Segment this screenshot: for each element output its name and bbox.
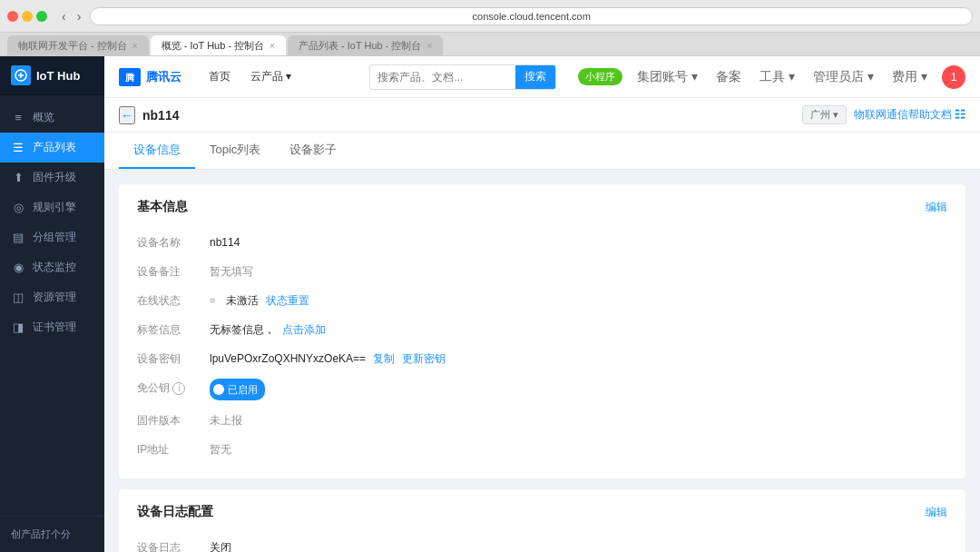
nav-search: 搜索 [369,64,556,90]
update-key-link[interactable]: 更新密钥 [402,350,446,368]
sidebar-item-firmware[interactable]: ⬆ 固件升级 [0,163,104,192]
sidebar-item-label: 产品列表 [33,140,76,155]
overview-icon: ≡ [11,111,25,124]
sidebar-item-product-list[interactable]: ☰ 产品列表 [0,133,104,163]
breadcrumb-bar: ← nb114 广州 ▾ 物联网通信帮助文档 ☷ [104,98,980,133]
product-list-icon: ☰ [11,141,25,154]
sidebar-item-label: 分组管理 [33,230,76,245]
sidebar-item-monitor[interactable]: ◉ 状态监控 [0,252,104,282]
content-scroll: 基本信息 编辑 设备名称 nb114 设备备注 暂无填写 在线状态 未激活 [104,170,980,552]
basic-info-title: 基本信息 [137,199,188,215]
forward-nav-btn[interactable]: › [74,7,85,25]
tab-topic-list[interactable]: Topic列表 [195,133,275,169]
status-text: 未激活 [226,291,259,310]
page-title: nb114 [142,108,179,123]
sidebar: IoT Hub ≡ 概览 ☰ 产品列表 ⬆ 固件升级 ◎ 规则引擎 ▤ 分组管理 [0,56,104,552]
device-log-card: 设备日志配置 编辑 设备日志 关闭 日志等级 无 [119,489,965,552]
tab-close-2[interactable]: × [270,41,275,51]
sidebar-item-label: 证书管理 [33,320,76,335]
tab-close-3[interactable]: × [426,41,432,51]
tencent-name: 腾讯云 [146,69,181,85]
device-log-edit[interactable]: 编辑 [926,505,947,520]
sidebar-item-rules[interactable]: ◎ 规则引擎 [0,192,104,222]
sidebar-item-overview[interactable]: ≡ 概览 [0,103,104,133]
field-device-key: 设备密钥 lpuVePOxrZoQXHNYxzOeKA== 复制 更新密钥 [137,344,947,373]
search-input[interactable] [370,71,515,84]
rules-icon: ◎ [11,201,25,214]
logo-text: IoT Hub [36,69,80,83]
minimize-window-btn[interactable] [22,11,33,22]
field-log-switch: 设备日志 关闭 [137,533,947,552]
monitor-icon: ◉ [11,261,25,274]
sidebar-item-label: 状态监控 [33,260,76,275]
maximize-window-btn[interactable] [36,11,47,22]
user-avatar[interactable]: 1 [942,65,965,89]
close-window-btn[interactable] [7,11,18,22]
admin-btn[interactable]: 管理员店 ▾ [809,65,877,89]
groups-icon: ▤ [11,231,25,244]
field-firmware: 固件版本 未上报 [137,406,947,435]
logo-icon [11,65,31,85]
sidebar-item-label: 资源管理 [33,290,76,305]
nav-products[interactable]: 云产品 ▾ [241,65,300,88]
nav-right: 小程序 集团账号 ▾ 备案 工具 ▾ 管理员店 ▾ 费用 ▾ 1 [578,65,965,89]
sidebar-item-resources[interactable]: ◫ 资源管理 [0,282,104,312]
tab-close-1[interactable]: × [132,41,138,51]
search-button[interactable]: 搜索 [515,65,555,89]
field-ip: IP地址 暂无 [137,435,947,464]
browser-tab-1[interactable]: 物联网开发平台 - 控制台 × [7,35,149,55]
firmware-icon: ⬆ [11,171,25,184]
field-device-name: 设备名称 nb114 [137,228,947,257]
field-tags: 标签信息 无标签信息， 点击添加 [137,315,947,344]
tab-device-shadow[interactable]: 设备影子 [275,133,351,169]
device-log-header: 设备日志配置 编辑 [137,504,947,520]
field-device-note: 设备备注 暂无填写 [137,257,947,286]
public-key-info-icon[interactable]: i [172,382,185,395]
region-selector[interactable]: 广州 ▾ [802,105,847,124]
browser-tab-2[interactable]: 概览 - IoT Hub - 控制台 × [151,35,286,55]
back-button[interactable]: ← [119,106,135,124]
status-reset-link[interactable]: 状态重置 [266,291,309,310]
basic-info-edit[interactable]: 编辑 [926,200,947,215]
sidebar-item-label: 概览 [33,110,54,125]
basic-info-card: 基本信息 编辑 设备名称 nb114 设备备注 暂无填写 在线状态 未激活 [119,184,965,478]
browser-chrome: ‹ › console.cloud.tencent.com [0,0,980,33]
group-account-btn[interactable]: 集团账号 ▾ [633,65,701,89]
tabs-bar: 设备信息 Topic列表 设备影子 [104,133,980,170]
key-value: lpuVePOxrZoQXHNYxzOeKA== [210,350,366,368]
toggle-enabled[interactable]: 已启用 [210,379,265,400]
main-area: 腾 腾讯云 首页 云产品 ▾ 搜索 小程序 集团账号 ▾ 备案 工具 ▾ 管理员… [104,56,980,552]
tencent-logo: 腾 腾讯云 [119,68,181,86]
resources-icon: ◫ [11,291,25,304]
sidebar-logo: IoT Hub [0,56,104,95]
copy-key-link[interactable]: 复制 [373,350,395,368]
top-nav: 腾 腾讯云 首页 云产品 ▾ 搜索 小程序 集团账号 ▾ 备案 工具 ▾ 管理员… [104,56,980,98]
doc-link[interactable]: 物联网通信帮助文档 ☷ [854,107,965,123]
certs-icon: ◨ [11,320,25,334]
add-tag-link[interactable]: 点击添加 [282,320,326,339]
field-public-key: 免公钥 i 已启用 [137,373,947,406]
tab-device-info[interactable]: 设备信息 [119,133,195,169]
breadcrumb-right: 广州 ▾ 物联网通信帮助文档 ☷ [802,105,965,124]
sidebar-item-label: 规则引擎 [33,200,76,215]
record-btn[interactable]: 备案 [712,65,745,89]
browser-tabs: 物联网开发平台 - 控制台 × 概览 - IoT Hub - 控制台 × 产品列… [0,33,980,56]
nav-home[interactable]: 首页 [200,65,240,88]
status-dot [210,298,215,303]
app-wrapper: IoT Hub ≡ 概览 ☰ 产品列表 ⬆ 固件升级 ◎ 规则引擎 ▤ 分组管理 [0,56,980,552]
browser-tab-3[interactable]: 产品列表 - IoT Hub - 控制台 × [288,35,443,55]
sidebar-bottom: 创产品打个分 [0,516,104,552]
sidebar-nav: ≡ 概览 ☰ 产品列表 ⬆ 固件升级 ◎ 规则引擎 ▤ 分组管理 ◉ 状态监控 [0,95,104,516]
mini-program-badge[interactable]: 小程序 [578,68,622,85]
billing-btn[interactable]: 费用 ▾ [888,65,931,89]
sidebar-item-groups[interactable]: ▤ 分组管理 [0,222,104,252]
browser-nav: ‹ › [58,7,84,25]
window-controls [7,11,47,22]
address-bar[interactable]: console.cloud.tencent.com [90,7,973,25]
tools-btn[interactable]: 工具 ▾ [756,65,799,89]
sidebar-item-label: 固件升级 [33,170,76,185]
basic-info-header: 基本信息 编辑 [137,199,947,215]
sidebar-bottom-text[interactable]: 创产品打个分 [11,524,93,545]
sidebar-item-certs[interactable]: ◨ 证书管理 [0,312,104,342]
back-nav-btn[interactable]: ‹ [58,7,70,25]
